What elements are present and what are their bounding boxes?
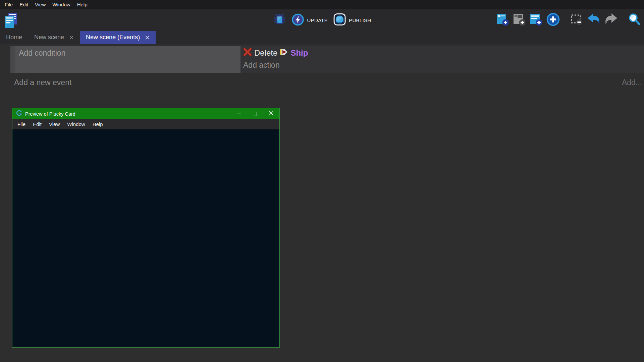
update-lightning-icon: [292, 13, 304, 27]
event-drag-handle[interactable]: [10, 46, 15, 73]
preview-titlebar[interactable]: Preview of Plucky Card: [12, 108, 279, 119]
add-more-button[interactable]: Add...: [622, 78, 642, 87]
project-manager-button[interactable]: [3, 12, 17, 29]
preview-menubar: File Edit View Window Help: [12, 119, 279, 129]
close-icon: [269, 111, 274, 117]
gdevelop-logo-icon: [16, 110, 22, 117]
tab-new-scene[interactable]: New scene: [28, 31, 80, 44]
preview-menu-view[interactable]: View: [45, 119, 63, 129]
undo-button[interactable]: [587, 13, 601, 27]
publish-button[interactable]: PUBLISH: [333, 13, 371, 27]
publish-label: PUBLISH: [349, 17, 371, 23]
tab-home[interactable]: Home: [0, 31, 28, 44]
ship-object-icon: [280, 48, 288, 58]
main-menubar: File Edit View Window Help: [0, 0, 644, 9]
debugger-button[interactable]: [273, 13, 286, 27]
add-extension-button[interactable]: [546, 12, 560, 28]
preview-menu-edit[interactable]: Edit: [29, 119, 45, 129]
tab-close-icon[interactable]: [69, 35, 74, 40]
preview-game-canvas[interactable]: [12, 129, 279, 347]
tab-label: New scene (Events): [86, 34, 140, 41]
update-button[interactable]: UPDATE: [292, 13, 328, 27]
editor-tabbar: Home New scene New scene (Events): [0, 31, 644, 44]
maximize-icon: [253, 112, 257, 116]
preview-window-controls: [228, 108, 277, 119]
preview-menu-window[interactable]: Window: [63, 119, 89, 129]
toolbar-right-group: [496, 9, 641, 31]
menu-window[interactable]: Window: [49, 0, 73, 9]
redo-button[interactable]: [604, 13, 618, 27]
tab-label: New scene: [34, 34, 64, 41]
action-verb: Delete: [254, 48, 277, 58]
search-magnifier-icon: [628, 13, 641, 27]
toolbar-divider: [623, 14, 623, 26]
menu-edit[interactable]: Edit: [16, 0, 32, 9]
debugger-bug-icon: [273, 13, 286, 27]
project-manager-icon: [3, 12, 17, 29]
menu-help[interactable]: Help: [74, 0, 91, 9]
add-external-events-button[interactable]: [529, 13, 543, 27]
minimize-button[interactable]: [233, 108, 245, 119]
add-external-layout-button[interactable]: [513, 13, 526, 27]
conditions-column[interactable]: Add condition: [15, 46, 240, 73]
main-toolbar: UPDATE PUBLISH: [0, 9, 644, 31]
add-scene-icon: [496, 13, 509, 27]
action-object-name: Ship: [290, 48, 308, 58]
publish-globe-icon: [333, 13, 346, 27]
update-label: UPDATE: [307, 17, 328, 23]
event-row: Add condition Delete: [10, 46, 644, 73]
tab-close-icon[interactable]: [145, 35, 150, 40]
maximize-button[interactable]: [249, 108, 261, 119]
add-new-event-button[interactable]: Add a new event: [14, 78, 71, 87]
tab-new-scene-events[interactable]: New scene (Events): [80, 31, 156, 44]
toolbar-divider: [565, 14, 565, 26]
preview-menu-file[interactable]: File: [14, 119, 29, 129]
undo-arrow-icon: [587, 13, 601, 27]
search-button[interactable]: [628, 13, 641, 27]
add-scene-button[interactable]: [496, 13, 509, 27]
tab-label: Home: [6, 34, 22, 41]
events-editor: Add condition Delete: [0, 46, 644, 362]
preview-window-title: Preview of Plucky Card: [25, 111, 75, 117]
action-delete-ship[interactable]: Delete Ship: [243, 48, 644, 58]
deselect-icon: [570, 13, 583, 27]
add-condition-placeholder[interactable]: Add condition: [19, 49, 240, 58]
remove-selection-button[interactable]: [570, 13, 583, 27]
minimize-icon: [237, 114, 241, 114]
preview-window: Preview of Plucky Card File: [12, 108, 280, 348]
redo-arrow-icon: [604, 13, 618, 27]
add-circle-icon: [546, 12, 560, 28]
actions-column: Delete Ship Add action: [240, 46, 644, 73]
add-external-layout-icon: [513, 13, 526, 27]
add-external-events-icon: [529, 13, 543, 27]
toolbar-center-group: UPDATE PUBLISH: [273, 9, 371, 31]
menu-view[interactable]: View: [32, 0, 49, 9]
add-action-placeholder[interactable]: Add action: [243, 61, 644, 70]
gdevelop-app-window: File Edit View Window Help: [0, 0, 644, 362]
close-button[interactable]: [265, 108, 277, 119]
menu-file[interactable]: File: [1, 0, 16, 9]
add-event-row: Add a new event Add...: [14, 78, 642, 87]
delete-cross-icon: [243, 48, 252, 58]
preview-menu-help[interactable]: Help: [89, 119, 107, 129]
